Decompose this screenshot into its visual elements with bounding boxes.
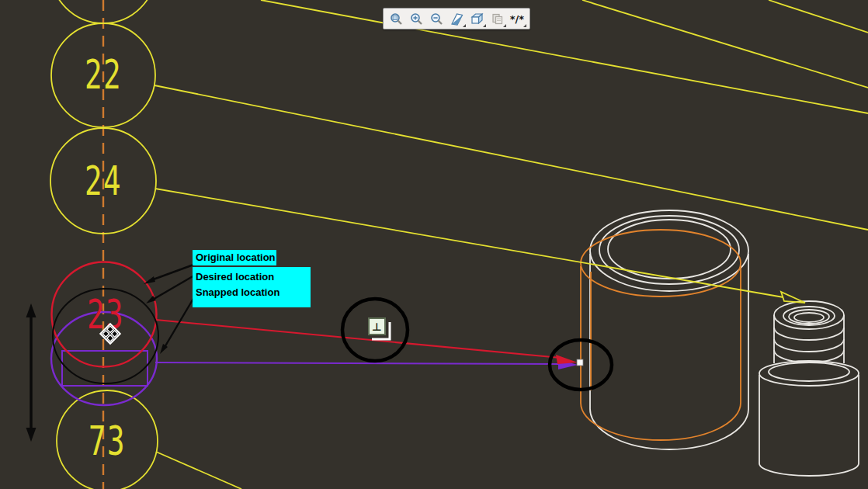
balloon-22-number[interactable]: 22	[70, 51, 137, 98]
dropdown-arrow-icon	[503, 24, 506, 27]
arrow-to-desired	[151, 276, 194, 300]
balloon-73-number[interactable]: 73	[74, 418, 141, 464]
view-cube-button[interactable]	[467, 9, 487, 28]
leader-line-22	[155, 85, 868, 230]
large-cylinder-orange-highlight[interactable]	[581, 230, 741, 440]
paste-button-disabled[interactable]	[487, 9, 507, 28]
callout-desired-snapped: Desired location Snapped location	[193, 267, 311, 307]
callout-original-location: Original location	[193, 250, 276, 265]
move-cursor	[92, 316, 128, 352]
paste-icon	[491, 12, 504, 26]
small-cylinder[interactable]	[759, 301, 859, 476]
vertical-double-arrow	[26, 303, 36, 442]
red-displacement-arrow[interactable]	[156, 320, 578, 364]
callout-snapped-location: Snapped location	[196, 285, 311, 300]
callout-arrows	[144, 264, 196, 354]
zoom-in-button[interactable]	[406, 9, 426, 28]
background-construction-lines[interactable]	[261, 0, 868, 113]
cad-viewport[interactable]: 22 24 23 73 Original location Desired lo…	[0, 0, 868, 489]
leader-arrowhead-24	[781, 292, 805, 303]
isolate-objects-button[interactable]: */*	[507, 9, 527, 28]
dropdown-arrow-icon	[463, 24, 466, 27]
zoom-out-button[interactable]	[426, 9, 446, 28]
zoom-in-icon	[410, 12, 423, 26]
zoom-extents-button[interactable]	[446, 9, 467, 28]
zoom-window-icon	[390, 12, 403, 26]
leader-line-73	[156, 452, 241, 489]
view-cube-icon	[470, 12, 484, 26]
balloon-22[interactable]	[51, 23, 868, 230]
zoom-extents-icon	[450, 12, 464, 26]
perpendicular-osnap-badge: ⊥	[368, 317, 386, 335]
callout-desired-location: Desired location	[196, 269, 311, 285]
navigation-toolbar: */*	[383, 8, 530, 29]
dropdown-arrow-icon	[523, 24, 526, 27]
isolate-objects-icon: */*	[510, 14, 524, 24]
perpendicular-icon: ⊥	[372, 321, 382, 333]
grip-point[interactable]	[577, 359, 583, 366]
zoom-window-button[interactable]	[386, 9, 406, 28]
dropdown-arrow-icon	[483, 24, 486, 27]
large-cylinder-white[interactable]	[590, 210, 748, 449]
zoom-out-icon	[430, 12, 443, 26]
balloon-24-number[interactable]: 24	[70, 158, 137, 204]
